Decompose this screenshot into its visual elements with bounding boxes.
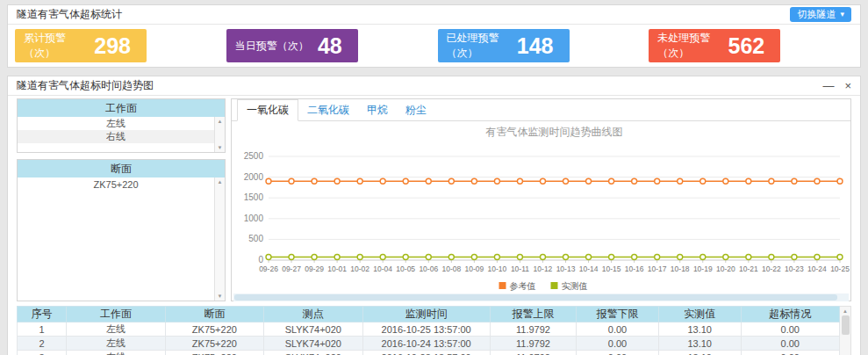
readings-table-wrap: 序号工作面断面测点监测时间报警上限报警下限实测值超标情况 1左线ZK75+220… xyxy=(17,306,851,355)
x-tick-label: 09-27 xyxy=(282,264,301,273)
x-tick-label: 10-06 xyxy=(419,264,438,273)
data-point xyxy=(494,178,499,184)
arrow-up-icon[interactable]: ▲ xyxy=(218,117,223,126)
table-cell: ZK75+220 xyxy=(165,322,263,337)
stat-card-2: 当日预警（次）48 xyxy=(226,29,358,62)
legend-label: 实测值 xyxy=(562,281,588,291)
stat-card-label: 未处理预警（次） xyxy=(657,31,728,61)
list-header: 断面 xyxy=(18,160,225,178)
stat-card-label: 当日预警（次） xyxy=(235,39,309,54)
table-cell: 2016-10-25 13:57:00 xyxy=(362,322,490,337)
table-row[interactable]: 3左线ZK75+220SLYK74+0202016-10-23 13:57:00… xyxy=(18,351,840,355)
stat-card-label: 已处理预警（次） xyxy=(447,31,517,61)
table-cell: 11.9792 xyxy=(490,322,576,337)
table-cell: 左线 xyxy=(67,337,165,351)
chart-title: 有害气体监测时间趋势曲线图 xyxy=(485,126,623,138)
stats-panel-titlebar: 隧道有害气体超标统计 切换隧道 ▾ xyxy=(8,5,860,25)
stat-card-1: 累计预警（次）298 xyxy=(15,29,147,62)
data-point xyxy=(700,255,706,260)
list-item[interactable]: 左线 xyxy=(18,117,214,130)
table-header-cell: 工作面 xyxy=(67,307,165,322)
tab-粉尘[interactable]: 粉尘 xyxy=(397,99,435,121)
list-item[interactable] xyxy=(18,143,214,152)
x-tick-label: 10-12 xyxy=(534,264,553,273)
switch-tunnel-button[interactable]: 切换隧道 ▾ xyxy=(790,7,851,22)
tab-二氧化碳[interactable]: 二氧化碳 xyxy=(298,99,358,121)
stats-panel-title: 隧道有害气体超标统计 xyxy=(17,7,122,22)
x-tick-label: 10-16 xyxy=(625,264,644,273)
table-cell: 13.10 xyxy=(658,351,741,355)
y-tick-label: 2000 xyxy=(244,172,264,182)
data-point xyxy=(448,255,454,260)
y-tick-label: 500 xyxy=(248,234,263,243)
x-tick-label: 10-17 xyxy=(648,264,667,273)
x-tick-label: 10-19 xyxy=(693,264,713,273)
arrow-down-icon[interactable]: ▼ xyxy=(218,143,223,152)
x-tick-label: 10-21 xyxy=(739,264,758,273)
trend-panel: 隧道有害气体超标时间趋势图 — × 工作面左线右线▲▼ 断面ZK75+220▲▼… xyxy=(7,76,861,355)
data-point xyxy=(517,255,522,260)
list-item[interactable]: ZK75+220 xyxy=(18,178,214,191)
gas-tab-bar: 一氧化碳二氧化碳甲烷粉尘 xyxy=(232,99,850,121)
close-icon[interactable]: × xyxy=(844,80,851,91)
data-point xyxy=(334,255,340,260)
list-body: 左线右线▲▼ xyxy=(18,117,225,152)
table-header-cell: 超标情况 xyxy=(741,307,839,322)
data-point xyxy=(678,178,683,184)
stats-panel: 隧道有害气体超标统计 切换隧道 ▾ 累计预警（次）298当日预警（次）48已处理… xyxy=(7,4,861,68)
table-header-cell: 实测值 xyxy=(658,307,741,322)
table-cell: 13.10 xyxy=(658,322,741,337)
table-cell: 2016-10-24 13:57:00 xyxy=(362,337,490,351)
table-cell: SLYK74+020 xyxy=(264,337,362,351)
arrow-up-icon[interactable]: ▲ xyxy=(843,307,848,315)
data-point xyxy=(471,178,477,184)
list-scrollbar[interactable]: ▲▼ xyxy=(214,117,225,152)
legend-item[interactable]: 参考值 xyxy=(499,281,536,291)
data-point xyxy=(312,178,317,184)
legend-item[interactable]: 实测值 xyxy=(551,281,588,291)
data-point xyxy=(563,255,569,260)
table-row[interactable]: 1左线ZK75+220SLYK74+0202016-10-25 13:57:00… xyxy=(18,322,840,337)
list-scrollbar[interactable]: ▲▼ xyxy=(214,178,225,301)
data-point xyxy=(609,255,614,260)
table-header-row: 序号工作面断面测点监测时间报警上限报警下限实测值超标情况 xyxy=(18,307,840,322)
data-point xyxy=(655,255,660,260)
table-cell: ZK75+220 xyxy=(165,337,263,351)
table-cell: 0.00 xyxy=(741,351,839,355)
window-icons: — × xyxy=(822,80,851,91)
table-header-cell: 断面 xyxy=(165,307,263,322)
legend-label: 参考值 xyxy=(510,281,536,291)
chart-horizontal-scrollbar[interactable] xyxy=(233,293,849,301)
x-tick-label: 10-20 xyxy=(716,264,735,273)
data-point xyxy=(380,178,385,184)
data-point xyxy=(426,255,431,260)
arrow-up-icon[interactable]: ▲ xyxy=(218,178,223,186)
x-tick-label: 10-24 xyxy=(807,264,827,273)
chart-scrollbar-thumb[interactable] xyxy=(234,294,837,301)
trend-line-chart: 有害气体监测时间趋势曲线图0500100015002000250009-2609… xyxy=(232,121,850,293)
stat-card-value: 298 xyxy=(94,33,131,59)
list-item[interactable]: 右线 xyxy=(18,130,214,143)
table-cell: 3 xyxy=(18,351,67,355)
stat-card-cell: 未处理预警（次）562 xyxy=(645,29,857,62)
table-row[interactable]: 2左线ZK75+220SLYK74+0202016-10-24 13:57:00… xyxy=(18,337,840,351)
table-vertical-scrollbar[interactable]: ▲ xyxy=(840,306,851,355)
x-tick-label: 09-29 xyxy=(305,264,324,273)
table-scrollbar-thumb[interactable] xyxy=(842,315,850,335)
data-point xyxy=(609,178,614,184)
tab-一氧化碳[interactable]: 一氧化碳 xyxy=(237,99,298,121)
stat-card-cell: 已处理预警（次）148 xyxy=(434,29,646,62)
data-point xyxy=(700,178,706,184)
y-tick-label: 2500 xyxy=(244,151,264,161)
data-point xyxy=(357,178,362,184)
table-cell: 11.9792 xyxy=(490,337,576,351)
tab-甲烷[interactable]: 甲烷 xyxy=(358,99,397,121)
stat-card-value: 48 xyxy=(318,33,342,59)
y-tick-label: 1000 xyxy=(244,214,264,223)
minimize-icon[interactable]: — xyxy=(822,80,834,91)
table-cell: 左线 xyxy=(67,322,165,337)
table-cell: ZK75+220 xyxy=(165,351,263,355)
arrow-down-icon[interactable]: ▼ xyxy=(218,292,223,301)
x-tick-label: 10-23 xyxy=(785,264,804,273)
y-tick-label: 0 xyxy=(258,255,263,264)
